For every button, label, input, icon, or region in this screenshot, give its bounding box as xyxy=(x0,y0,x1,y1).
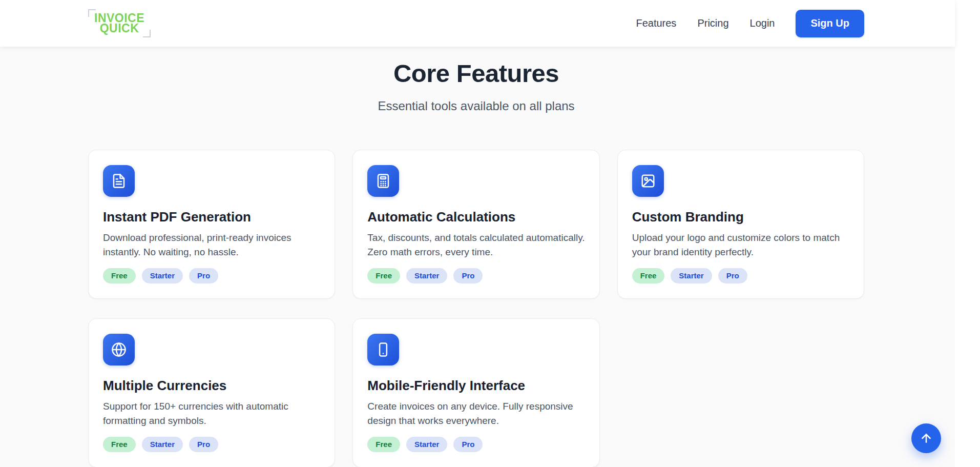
feature-plan-badges: FreeStarterPro xyxy=(103,437,320,452)
feature-card: Multiple Currencies Support for 150+ cur… xyxy=(88,318,335,467)
page: INVOICE QUICK FeaturesPricingLoginSign U… xyxy=(0,0,955,467)
feature-plan-badges: FreeStarterPro xyxy=(367,268,585,283)
feature-card: Instant PDF Generation Download professi… xyxy=(88,150,335,299)
feature-card: Custom Branding Upload your logo and cus… xyxy=(617,150,864,299)
plan-badge-free: Free xyxy=(103,268,136,283)
nav-link-login[interactable]: Login xyxy=(750,17,775,29)
plan-badge-starter: Starter xyxy=(142,268,183,283)
plan-badge-free: Free xyxy=(367,437,400,452)
feature-plan-badges: FreeStarterPro xyxy=(103,268,320,283)
file-text-icon xyxy=(111,173,127,189)
feature-title: Multiple Currencies xyxy=(103,377,320,394)
header-container: INVOICE QUICK FeaturesPricingLoginSign U… xyxy=(88,0,864,47)
plan-badge-free: Free xyxy=(103,437,136,452)
plan-badge-pro: Pro xyxy=(453,268,483,283)
feature-card: Automatic Calculations Tax, discounts, a… xyxy=(352,150,599,299)
plan-badge-pro: Pro xyxy=(189,437,218,452)
globe-icon xyxy=(111,342,127,357)
smartphone-icon xyxy=(376,342,391,357)
core-features-section-header: Core Features Essential tools available … xyxy=(88,59,864,114)
page-title: Core Features xyxy=(88,59,864,88)
feature-description: Tax, discounts, and totals calculated au… xyxy=(367,231,585,259)
brand-logo[interactable]: INVOICE QUICK xyxy=(88,9,151,37)
nav-link-pricing[interactable]: Pricing xyxy=(697,17,728,29)
feature-description: Create invoices on any device. Fully res… xyxy=(367,399,585,428)
feature-description: Download professional, print-ready invoi… xyxy=(103,231,320,259)
plan-badge-free: Free xyxy=(632,268,665,283)
brand-logo-line2: QUICK xyxy=(100,23,139,33)
feature-icon-tile xyxy=(103,334,135,366)
feature-plan-badges: FreeStarterPro xyxy=(367,437,585,452)
plan-badge-free: Free xyxy=(367,268,400,283)
feature-plan-badges: FreeStarterPro xyxy=(632,268,849,283)
plan-badge-starter: Starter xyxy=(142,437,183,452)
feature-icon-tile xyxy=(632,165,664,197)
feature-card: Mobile-Friendly Interface Create invoice… xyxy=(352,318,599,467)
feature-title: Automatic Calculations xyxy=(367,209,585,226)
feature-grid: Instant PDF Generation Download professi… xyxy=(88,150,864,467)
main-nav: FeaturesPricingLoginSign Up xyxy=(636,10,864,37)
site-header: INVOICE QUICK FeaturesPricingLoginSign U… xyxy=(0,0,955,47)
feature-title: Instant PDF Generation xyxy=(103,209,320,226)
nav-link-features[interactable]: Features xyxy=(636,17,676,29)
feature-title: Mobile-Friendly Interface xyxy=(367,377,585,394)
feature-title: Custom Branding xyxy=(632,209,849,226)
feature-icon-tile xyxy=(367,165,399,197)
feature-icon-tile xyxy=(103,165,135,197)
plan-badge-pro: Pro xyxy=(453,437,483,452)
feature-description: Upload your logo and customize colors to… xyxy=(632,231,849,259)
arrow-up-icon xyxy=(920,432,933,445)
plan-badge-starter: Starter xyxy=(406,437,447,452)
plan-badge-pro: Pro xyxy=(718,268,747,283)
feature-icon-tile xyxy=(367,334,399,366)
plan-badge-starter: Starter xyxy=(671,268,712,283)
feature-description: Support for 150+ currencies with automat… xyxy=(103,399,320,428)
plan-badge-pro: Pro xyxy=(189,268,218,283)
scroll-to-top-button[interactable] xyxy=(911,423,941,453)
image-icon xyxy=(640,173,656,189)
plan-badge-starter: Starter xyxy=(406,268,447,283)
sign-up-button[interactable]: Sign Up xyxy=(796,10,864,37)
page-subtitle: Essential tools available on all plans xyxy=(88,97,864,114)
calculator-icon xyxy=(376,173,391,189)
